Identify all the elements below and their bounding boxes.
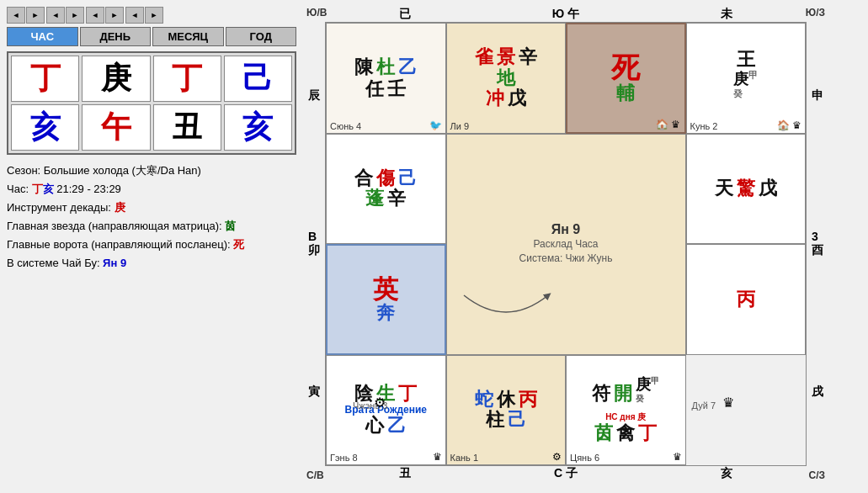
tab-hour[interactable]: ЧАС: [7, 27, 78, 46]
bottom-label-zi: С 子: [486, 466, 647, 481]
cell-icon-3-1: ⚙: [552, 451, 562, 463]
char-yi: 乙: [398, 57, 417, 77]
pillar-day-top: 庚: [82, 56, 150, 102]
pillar-month-bottom: 丑: [153, 104, 221, 151]
left-label-yin: 寅: [308, 318, 320, 466]
tab-year[interactable]: ГОД: [226, 27, 297, 46]
tab-day[interactable]: ДЕНЬ: [80, 27, 152, 46]
char-geng2: 庚甲癸: [636, 376, 659, 411]
left-label-chen: 辰: [308, 22, 320, 170]
right-label-3: 3酉: [812, 170, 823, 318]
pillar-month-top: 丁: [153, 56, 221, 102]
cell-label-3-2: Цянь 6: [570, 453, 599, 463]
char-xin: 辛: [519, 47, 537, 67]
cell-0-3: 王 庚甲癸 Кунь 2 🏠 ♛: [686, 23, 807, 134]
center-arrow: [455, 287, 556, 337]
tab-buttons: ЧАС ДЕНЬ МЕСЯЦ ГОД: [7, 27, 296, 46]
char-wu2: 戊: [759, 178, 777, 199]
cell-2-1: 丙: [686, 244, 807, 355]
char-geng-sm: 庚甲癸: [733, 70, 758, 107]
cell-3-2: 符 開 庚甲癸 НС дня 庚 茵 禽 丁 Цянь 6 ♛: [566, 355, 686, 466]
corner-tl: Ю/В: [306, 7, 327, 19]
char-yin2: 茵: [594, 423, 613, 443]
zhen-icon: ⚙: [374, 395, 386, 411]
char-wang-top: 王: [737, 50, 755, 70]
char-di: 地: [497, 68, 515, 88]
pillar-year-top: 己: [224, 56, 292, 102]
char-ying: 英: [373, 275, 398, 303]
hour-line: Час: 丁亥 21:29 - 23:29: [7, 180, 296, 199]
cell-label-3-0: Гэнь 8: [330, 453, 358, 463]
nav-next-2[interactable]: ►: [66, 7, 84, 24]
cell-1-0: 合 傷 己 蓬 辛: [326, 134, 446, 245]
char-ding: 丁: [398, 384, 417, 404]
char-peng: 蓬: [365, 188, 384, 209]
info-section: Сезон: Большие холода (大寒/Da Han) Час: 丁…: [7, 162, 296, 273]
top-label-wei: 未: [646, 7, 807, 22]
corner-bl: С/В: [306, 469, 324, 481]
nav-next-4[interactable]: ►: [145, 7, 163, 24]
nav-prev-1[interactable]: ◄: [7, 7, 25, 24]
char-du: 杜: [376, 57, 395, 77]
cell-label-0-3: Кунь 2: [690, 121, 718, 131]
top-dir-labels: 已 Ю 午 未: [325, 7, 807, 22]
char-bing: 丙: [737, 289, 755, 310]
nav-next-3[interactable]: ►: [105, 7, 124, 24]
char-xin2: 辛: [387, 188, 406, 209]
ns-label: НС дня 庚: [605, 411, 646, 423]
nav-buttons: ◄ ► ◄ ► ◄ ► ◄ ►: [7, 7, 296, 24]
cell-0-1: 雀 景 辛 地 冲 戊 Ли 9: [446, 23, 567, 134]
pillar-year-bottom: 亥: [224, 104, 292, 151]
char-chong: 冲: [486, 88, 504, 109]
char-chen: 陳: [354, 57, 373, 77]
bottom-label-chou: 丑: [325, 466, 486, 481]
cell-label-3-1: Кань 1: [450, 453, 479, 463]
right-panel: Ю/В Ю/З С/В С/З 已 Ю 午 未 丑 С 子 亥 辰 В卯 寅 申…: [303, 0, 868, 488]
top-label-si: 已: [325, 7, 486, 22]
pillar-hour-top: 丁: [11, 56, 79, 102]
char-yi2: 乙: [387, 416, 406, 436]
char-shang: 傷: [376, 168, 395, 188]
char-xiu: 休: [497, 390, 515, 410]
decade-line: Инструмент декады: 庚: [7, 199, 296, 217]
cell-icon-0-0: 🐦: [429, 119, 442, 131]
cell-icon-0-2: 🏠 ♛: [656, 119, 680, 130]
main-gate-line: Главные ворота (направляющий посланец): …: [7, 236, 296, 254]
char-que: 雀: [475, 47, 493, 67]
char-bing2: 丙: [519, 390, 537, 410]
cell-0-0: 陳 杜 乙 任 壬 Сюнь 4 🐦: [326, 23, 446, 134]
char-jing2: 驚: [737, 178, 755, 199]
main-star-line: Главная звезда (направляющая матрица): 茵: [7, 217, 296, 236]
char-tian: 天: [715, 178, 733, 199]
pillars-grid: 丁 庚 丁 己 亥 午 丑 亥: [7, 51, 296, 155]
nav-prev-4[interactable]: ◄: [125, 7, 144, 24]
char-ji: 己: [398, 168, 417, 188]
nav-next-1[interactable]: ►: [26, 7, 45, 24]
bottom-label-hai: 亥: [646, 466, 807, 481]
center-subtitle: Расклад ЧасаСистема: Чжи Жунь: [519, 237, 613, 266]
corner-tr: Ю/З: [806, 7, 825, 19]
pillar-day-bottom: 午: [82, 104, 150, 151]
nav-prev-3[interactable]: ◄: [86, 7, 104, 24]
cell-0-2: 死 輔 🏠 ♛: [566, 23, 686, 134]
right-dir-labels: 申 3酉 戌: [812, 22, 823, 466]
char-xin3: 心: [365, 416, 384, 436]
char-fen: 奔: [376, 303, 395, 323]
cell-1-3: 天 驚 戊: [686, 134, 807, 245]
cell-label-0-1: Ли 9: [450, 121, 470, 131]
right-label-xu: 戌: [812, 318, 823, 466]
cell-icon-0-3: 🏠 ♛: [777, 119, 801, 131]
cell-icon-3-2: ♛: [673, 451, 682, 463]
nav-prev-2[interactable]: ◄: [46, 7, 65, 24]
char-kai: 開: [614, 384, 632, 404]
char-wang: 壬: [387, 79, 406, 99]
cell-label-0-0: Сюнь 4: [330, 121, 361, 131]
dui-label: Дуй 7: [691, 400, 716, 411]
char-he: 合: [354, 168, 373, 188]
char-qin: 禽: [616, 423, 635, 443]
cell-icon-3-0: ♛: [433, 451, 442, 463]
dui-icon: ♛: [722, 395, 734, 411]
char-fu2: 符: [592, 384, 610, 404]
corner-br: С/З: [808, 469, 825, 481]
tab-month[interactable]: МЕСЯЦ: [152, 27, 224, 46]
